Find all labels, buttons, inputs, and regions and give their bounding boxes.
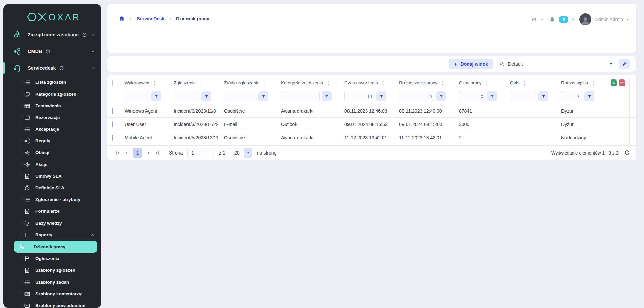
column-menu-icon[interactable]: ⋮ <box>381 80 386 85</box>
view-selector[interactable]: ◎ Default ▼ <box>497 59 615 69</box>
filter-button[interactable] <box>322 91 332 101</box>
table-row[interactable]: User User Incident/3/2023/11/22 E-mail O… <box>107 117 636 131</box>
breadcrumb-current[interactable]: Dziennik pracy <box>176 16 209 21</box>
settings-wrench-button[interactable] <box>619 59 630 69</box>
share-icon <box>24 138 30 144</box>
first-page-button[interactable] <box>113 148 122 157</box>
column-header[interactable]: Zgłoszenie <box>174 80 196 85</box>
previous-page-button[interactable] <box>122 148 131 157</box>
sidebar-item-rezerwacje[interactable]: Rezerwacje <box>3 112 101 123</box>
sidebar-item-definicje-sla[interactable]: Definicje SLA <box>3 182 101 194</box>
number-spinner[interactable]: ▴▾ <box>481 94 483 99</box>
sidebar-item-szablony-komentarzy[interactable]: Szablony komentarzy <box>3 288 101 300</box>
cell-czas-pracy: 87841 <box>459 108 510 114</box>
column-menu-icon[interactable]: ⋮ <box>440 80 445 85</box>
sidebar-section-servicedesk[interactable]: Servicedesk <box>3 60 101 76</box>
column-header[interactable]: Źródło zgłoszenia <box>224 80 260 85</box>
sidebar-item-bazy-wiedzy[interactable]: Bazy wiedzy <box>3 217 101 229</box>
column-menu-icon[interactable]: ⋮ <box>326 80 331 85</box>
sidebar-item-label: Kategorie zgłoszeń <box>35 91 76 97</box>
column-menu-icon[interactable]: ⋮ <box>485 80 489 85</box>
column-header[interactable]: Czas utworzenia <box>344 80 378 85</box>
row-checkbox[interactable] <box>112 108 113 114</box>
breadcrumb-link-servicedesk[interactable]: ServiceDesk <box>137 16 164 21</box>
filter-input-kategoria[interactable] <box>281 91 320 101</box>
breadcrumb-separator: › <box>130 16 131 21</box>
sidebar-section-cmdb[interactable]: CMDB <box>3 43 101 60</box>
filter-button[interactable] <box>151 91 161 101</box>
chevron-down-icon[interactable]: ▼ <box>577 95 580 98</box>
last-page-button[interactable] <box>153 148 162 157</box>
cell-kategoria: Awaria drukarki <box>281 108 344 114</box>
row-checkbox[interactable] <box>112 121 113 127</box>
select-all-checkbox[interactable] <box>112 80 113 86</box>
sidebar-item-reguly[interactable]: Reguły <box>3 135 101 147</box>
sidebar-item-kategorie-zgloszen[interactable]: Kategorie zgłoszeń <box>3 88 101 100</box>
home-icon[interactable] <box>119 15 125 22</box>
column-menu-icon[interactable]: ⋮ <box>522 80 527 85</box>
filter-button[interactable] <box>376 91 386 101</box>
column-header[interactable]: Rozpoczęcie pracy <box>399 80 437 85</box>
column-menu-icon[interactable]: ⋮ <box>152 80 157 85</box>
bell-icon[interactable] <box>549 16 555 23</box>
sidebar-item-ogloszenia[interactable]: Ogłoszenia <box>3 253 101 264</box>
cell-rozpoczecie-pracy: 09.01.2024 08:15:00 <box>399 122 459 127</box>
row-checkbox[interactable] <box>112 135 113 141</box>
column-header[interactable]: Rodzaj wpisu <box>561 80 588 85</box>
sidebar-item-zestawienia[interactable]: Zestawienia <box>3 100 101 112</box>
table-row[interactable]: Mobile Agent Incident/5/2023/12/11 Osobi… <box>107 131 636 144</box>
column-menu-icon[interactable]: ⋮ <box>263 80 267 85</box>
spinner-up-icon[interactable]: ▴ <box>481 94 483 96</box>
document-icon <box>24 267 30 273</box>
filter-input-zgloszenie[interactable] <box>174 91 199 101</box>
filter-input-zrodlo[interactable] <box>224 91 256 101</box>
sidebar-item-obiegi[interactable]: Obiegi <box>3 147 101 159</box>
filter-button[interactable] <box>258 91 268 101</box>
chevron-down-icon[interactable]: ▾ <box>541 18 543 21</box>
sidebar-item-umowy-sla[interactable]: Umowy SLA <box>3 170 101 182</box>
export-excel-icon[interactable]: X <box>611 79 617 86</box>
page-size-select[interactable]: 20 ▼ <box>230 148 252 158</box>
sidebar-item-label: Zgłoszenie - atrybuty <box>35 197 80 202</box>
filter-button[interactable] <box>436 91 446 101</box>
language-selector[interactable]: PL <box>532 17 537 22</box>
sidebar-item-szablony-zgloszen[interactable]: Szablony zgłoszeń <box>3 264 101 276</box>
add-view-button[interactable]: + Dodaj widok <box>449 59 493 69</box>
sidebar-item-raporty[interactable]: Raporty <box>3 229 101 241</box>
filter-input-wykonawca[interactable] <box>125 91 149 101</box>
column-header[interactable]: Kategoria zgłoszenia <box>281 80 323 85</box>
sidebar-item-szablony-powiadomien[interactable]: Szablony powiadomień <box>3 300 101 308</box>
page-size-value: 20 <box>230 148 244 158</box>
chevron-down-icon[interactable]: ▾ <box>627 18 628 21</box>
filter-input-opis[interactable] <box>510 91 536 101</box>
filter-button[interactable] <box>584 91 594 101</box>
column-header[interactable]: Czas pracy <box>459 80 482 85</box>
filter-button[interactable] <box>538 91 548 101</box>
filter-button[interactable] <box>201 91 211 101</box>
column-header[interactable]: Wykonawca <box>125 80 149 85</box>
avatar[interactable] <box>579 13 591 25</box>
sidebar-item-akcje[interactable]: Akcje <box>3 159 101 170</box>
column-menu-icon[interactable]: ⋮ <box>199 80 203 85</box>
filter-button[interactable] <box>487 91 497 101</box>
spinner-down-icon[interactable]: ▾ <box>481 97 483 99</box>
page-number-input[interactable] <box>187 148 214 158</box>
table-row[interactable]: Windows Agent Incident/0/2023/11/8 Osobi… <box>107 104 636 117</box>
sidebar-item-formularze[interactable]: Formularze <box>3 205 101 217</box>
export-pdf-icon[interactable]: PDF <box>619 79 625 86</box>
next-page-button[interactable] <box>144 148 153 157</box>
sidebar-item-dziennik-pracy[interactable]: Dziennik pracy <box>14 241 97 253</box>
sidebar-item-szablony-zadan[interactable]: Szablony zadań <box>3 276 101 288</box>
sidebar-section-zarzadzanie-zasobami[interactable]: Zarządzanie zasobami <box>3 26 101 43</box>
calendar-icon[interactable] <box>427 94 432 99</box>
chevron-down-icon[interactable]: ▾ <box>572 18 574 21</box>
calendar-icon[interactable] <box>368 94 372 99</box>
notification-badge[interactable]: 0 <box>559 16 568 23</box>
sidebar-item-lista-zgloszen[interactable]: Lista zgłoszeń <box>3 76 101 88</box>
column-menu-icon[interactable]: ⋮ <box>591 80 596 85</box>
sidebar-item-zgloszenie-atrybuty[interactable]: Zgłoszenie - atrybuty <box>3 194 101 205</box>
column-header[interactable]: Opis <box>510 80 519 85</box>
refresh-icon[interactable] <box>624 150 630 156</box>
sidebar-item-akceptacje[interactable]: Akceptacje <box>3 123 101 135</box>
page-number-button[interactable]: 1 <box>133 148 142 158</box>
